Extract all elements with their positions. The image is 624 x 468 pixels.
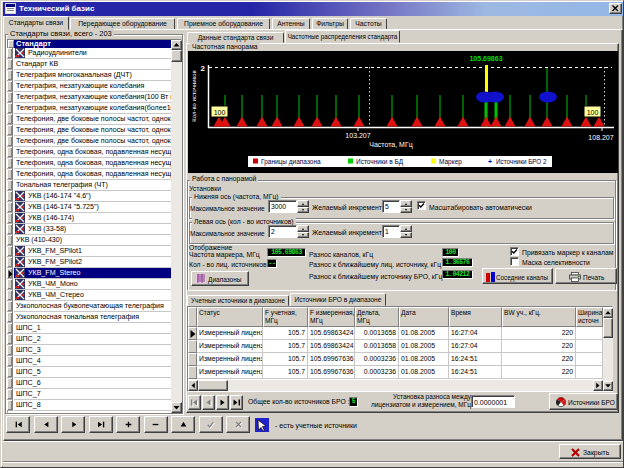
svg-text:103.207: 103.207 — [345, 132, 370, 139]
svg-text:100: 100 — [587, 109, 599, 116]
svg-text:Частота, МГц: Частота, МГц — [369, 141, 412, 149]
svg-text:Маркер: Маркер — [439, 158, 462, 166]
svg-text:Границы диапазона: Границы диапазона — [261, 158, 321, 166]
svg-text:100: 100 — [214, 109, 226, 116]
svg-text:105.69863: 105.69863 — [469, 55, 502, 62]
svg-text:Источники БРО 2: Источники БРО 2 — [496, 158, 547, 165]
svg-text:Источники в БД: Источники в БД — [356, 158, 404, 166]
svg-text:108.207: 108.207 — [588, 134, 613, 141]
svg-text:+: + — [488, 158, 492, 165]
svg-text:Кол-во источников: Кол-во источников — [191, 70, 197, 122]
svg-text:2: 2 — [201, 64, 206, 73]
